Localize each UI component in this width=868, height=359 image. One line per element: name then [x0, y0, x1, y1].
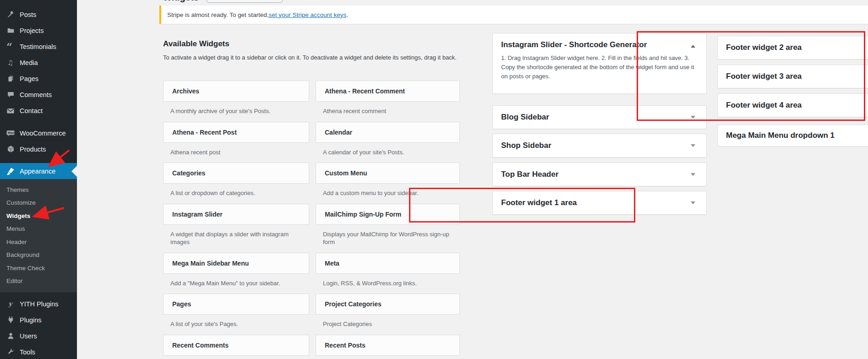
panel-top-bar-header[interactable]: Top Bar Header	[492, 163, 707, 186]
yith-icon: y	[6, 299, 15, 309]
svg-text:“: “	[6, 42, 12, 51]
widget-card-mailchimp-sign-up-form[interactable]: MailChimp Sign-Up Form	[316, 204, 460, 225]
chevron-down-icon[interactable]	[691, 116, 695, 119]
submenu-item-editor[interactable]: Editor	[0, 275, 77, 288]
widget-card-custom-menu[interactable]: Custom Menu	[316, 163, 460, 184]
chevron-up-icon[interactable]	[691, 45, 695, 48]
sidebar-item-plugins[interactable]: Plugins	[0, 312, 77, 328]
panel-title: Shop Sidebar	[501, 141, 551, 150]
submenu-item-header[interactable]: Header	[0, 235, 77, 249]
widget-cell: Instagram SliderA widget that displays a…	[163, 204, 309, 253]
sidebar-item-contact[interactable]: Contact	[0, 103, 77, 119]
widget-cell: CalendarA calendar of your site's Posts.	[316, 122, 460, 163]
sidebar-item-products[interactable]: Products	[0, 141, 77, 157]
sidebar-item-posts[interactable]: Posts	[0, 6, 77, 22]
submenu-item-menus[interactable]: Menus	[0, 223, 77, 236]
widget-card-archives[interactable]: Archives	[163, 81, 309, 102]
widget-description: A calendar of your site's Posts.	[316, 148, 460, 157]
panel-blog-sidebar[interactable]: Blog Sidebar	[492, 105, 707, 129]
widget-cell: Athena - Recent PostAthena recent post	[163, 122, 309, 163]
widget-cell: Athena - Recent CommentAthena recent com…	[316, 81, 460, 122]
user-icon	[6, 332, 15, 341]
widget-card-instagram-slider[interactable]: Instagram Slider	[163, 204, 309, 225]
panel-instagram-shortcode-generator[interactable]: Instagram Slider - Shortcode Generator 1…	[492, 33, 707, 94]
sidebar-item-appearance[interactable]: Appearance	[0, 163, 77, 179]
widget-card-project-categories[interactable]: Project Categories	[316, 294, 460, 315]
widget-description: A monthly archive of your site's Posts.	[163, 107, 309, 115]
widget-description: Add a custom menu to your sidebar.	[316, 189, 460, 197]
sidebar-item-label: Plugins	[20, 316, 42, 324]
partial-button[interactable]	[207, 0, 283, 3]
sidebar-item-label: WooCommerce	[20, 130, 66, 137]
sidebar-section-commerce: WooWooCommerceProducts	[0, 125, 77, 157]
chevron-down-icon[interactable]	[691, 144, 695, 147]
submenu-item-widgets[interactable]: Widgets	[0, 209, 77, 223]
panel-title: Top Bar Header	[501, 170, 558, 179]
sidebar-item-label: Comments	[20, 91, 52, 98]
widget-card-mega-main-sidebar-menu[interactable]: Mega Main Sidebar Menu	[163, 253, 309, 274]
widget-description: A list of your site's Pages.	[163, 320, 309, 328]
panel-footer-widget-2-area[interactable]: Footer widget 2 area	[717, 36, 868, 60]
submenu-item-background[interactable]: Background	[0, 249, 77, 262]
media-icon: ♫	[6, 58, 15, 67]
widget-card-calendar[interactable]: Calendar	[316, 122, 460, 143]
sidebar-item-testimonials[interactable]: “Testimonials	[0, 38, 77, 54]
widget-cell: Recent CommentsYour site's most recent c…	[163, 335, 309, 359]
sidebar-item-media[interactable]: ♫Media	[0, 54, 77, 71]
panel-title: Blog Sidebar	[501, 113, 549, 122]
sidebar-item-woocommerce[interactable]: WooWooCommerce	[0, 125, 77, 141]
chevron-down-icon[interactable]	[691, 201, 695, 204]
widget-cell: Recent PostsYour site's most recent Post…	[316, 335, 460, 359]
panel-footer-widget-1-area[interactable]: Footer widget 1 area	[492, 191, 707, 215]
widget-card-categories[interactable]: Categories	[163, 163, 309, 184]
submenu-item-theme-check[interactable]: Theme Check	[0, 261, 77, 275]
sidebar-item-label: Testimonials	[20, 43, 56, 50]
widget-card-athena-recent-post[interactable]: Athena - Recent Post	[163, 122, 309, 143]
sidebar-item-comments[interactable]: Comments	[0, 87, 77, 103]
sidebar-item-users[interactable]: Users	[0, 328, 77, 344]
sidebar-item-label: Contact	[20, 107, 43, 114]
panel-title: Mega Main Menu dropdown 1	[726, 131, 835, 140]
folder-icon	[6, 26, 15, 35]
widget-card-meta[interactable]: Meta	[316, 253, 460, 274]
sidebar-item-pages[interactable]: Pages	[0, 71, 77, 87]
panel-description: 1. Drag Instagram Slider widget here. 2.…	[501, 54, 701, 81]
sidebar-item-tools[interactable]: Tools	[0, 344, 77, 359]
available-widgets-heading: Available Widgets	[163, 39, 229, 49]
widget-cell: MetaLogin, RSS, & WordPress.org links.	[316, 253, 460, 294]
sidebar-section-top: PostsProjects“Testimonials♫MediaPagesCom…	[0, 6, 77, 119]
notice-text: Stripe is almost ready. To get started,	[167, 11, 269, 18]
widget-card-athena-recent-comment[interactable]: Athena - Recent Comment	[316, 81, 460, 102]
pages-icon	[6, 74, 15, 83]
wrench-icon	[6, 348, 15, 357]
submenu-item-customize[interactable]: Customize	[0, 196, 77, 210]
stripe-account-keys-link[interactable]: set your Stripe account keys	[269, 11, 347, 18]
sidebar-item-label: Pages	[20, 75, 38, 82]
panel-shop-sidebar[interactable]: Shop Sidebar	[492, 134, 707, 158]
widget-description: Displays your MailChimp for WordPress si…	[316, 230, 460, 246]
widget-cell: MailChimp Sign-Up FormDisplays your Mail…	[316, 204, 460, 253]
stripe-notice: Stripe is almost ready. To get started, …	[159, 5, 868, 24]
panel-title: Footer widget 2 area	[726, 43, 802, 52]
sidebar-item-label: YITH Plugins	[20, 300, 59, 308]
chevron-down-icon[interactable]	[691, 173, 695, 176]
plug-icon	[6, 315, 15, 325]
panel-footer-widget-4-area[interactable]: Footer widget 4 area	[717, 93, 868, 117]
panel-title: Footer widget 3 area	[726, 72, 802, 81]
widget-card-pages[interactable]: Pages	[163, 294, 309, 315]
widget-description: Add a "Mega Main Menu" to your sidebar.	[163, 279, 309, 288]
widget-description: Project Categories	[316, 320, 460, 328]
widget-card-recent-comments[interactable]: Recent Comments	[163, 335, 309, 356]
panel-title: Footer widget 1 area	[501, 198, 577, 207]
appearance-submenu: ThemesCustomizeWidgetsMenusHeaderBackgro…	[0, 179, 77, 292]
pushpin-icon	[6, 10, 15, 19]
panel-footer-widget-3-area[interactable]: Footer widget 3 area	[717, 65, 868, 88]
submenu-item-themes[interactable]: Themes	[0, 183, 77, 196]
sidebar-item-yith-plugins[interactable]: yYITH Plugins	[0, 296, 77, 312]
widget-description: Login, RSS, & WordPress.org links.	[316, 279, 460, 288]
panel-mega-main-menu-dropdown-1[interactable]: Mega Main Menu dropdown 1	[717, 125, 868, 147]
sidebar-item-projects[interactable]: Projects	[0, 22, 77, 38]
sidebar-item-label: Posts	[20, 11, 36, 18]
widget-description: Athena recent comment	[316, 107, 460, 115]
widget-card-recent-posts[interactable]: Recent Posts	[316, 335, 460, 356]
